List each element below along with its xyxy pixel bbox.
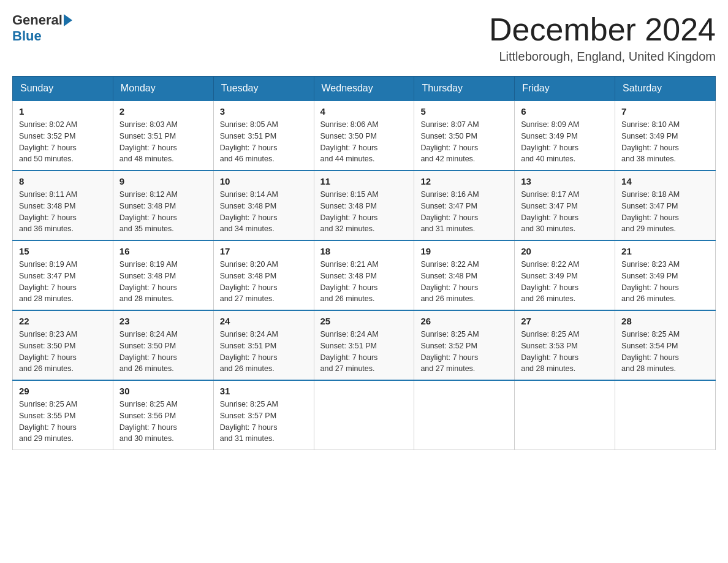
day-info: Sunrise: 8:24 AMSunset: 3:51 PMDaylight:… [220, 329, 308, 375]
weekday-header-saturday: Saturday [615, 77, 716, 101]
calendar-cell [414, 380, 515, 450]
page-header: General Blue December 2024 Littleborough… [12, 12, 716, 64]
calendar-cell: 22Sunrise: 8:23 AMSunset: 3:50 PMDayligh… [13, 310, 113, 380]
day-info: Sunrise: 8:23 AMSunset: 3:49 PMDaylight:… [621, 259, 709, 305]
calendar-cell: 25Sunrise: 8:24 AMSunset: 3:51 PMDayligh… [314, 310, 414, 380]
calendar-cell: 8Sunrise: 8:11 AMSunset: 3:48 PMDaylight… [13, 170, 113, 240]
weekday-header-sunday: Sunday [13, 77, 113, 101]
logo: General Blue [12, 12, 74, 44]
day-info: Sunrise: 8:21 AMSunset: 3:48 PMDaylight:… [320, 259, 408, 305]
title-section: December 2024 Littleborough, England, Un… [489, 12, 716, 64]
day-number: 4 [320, 106, 408, 117]
weekday-header-friday: Friday [515, 77, 615, 101]
week-row-1: 1Sunrise: 8:02 AMSunset: 3:52 PMDaylight… [13, 101, 716, 170]
day-number: 12 [420, 176, 508, 186]
weekday-header-tuesday: Tuesday [213, 77, 314, 101]
day-info: Sunrise: 8:25 AMSunset: 3:56 PMDaylight:… [119, 399, 207, 445]
day-info: Sunrise: 8:03 AMSunset: 3:51 PMDaylight:… [119, 119, 207, 165]
calendar-cell: 26Sunrise: 8:25 AMSunset: 3:52 PMDayligh… [414, 310, 515, 380]
calendar-cell: 12Sunrise: 8:16 AMSunset: 3:47 PMDayligh… [414, 170, 515, 240]
day-number: 8 [19, 176, 107, 186]
day-info: Sunrise: 8:25 AMSunset: 3:52 PMDaylight:… [420, 329, 508, 375]
calendar-cell: 3Sunrise: 8:05 AMSunset: 3:51 PMDaylight… [213, 101, 314, 170]
day-info: Sunrise: 8:24 AMSunset: 3:50 PMDaylight:… [119, 329, 207, 375]
day-number: 3 [220, 106, 308, 117]
calendar-cell: 31Sunrise: 8:25 AMSunset: 3:57 PMDayligh… [213, 380, 314, 450]
calendar-cell: 18Sunrise: 8:21 AMSunset: 3:48 PMDayligh… [314, 240, 414, 310]
day-info: Sunrise: 8:12 AMSunset: 3:48 PMDaylight:… [119, 189, 207, 235]
day-number: 19 [420, 246, 508, 256]
calendar-cell [615, 380, 716, 450]
calendar-cell: 5Sunrise: 8:07 AMSunset: 3:50 PMDaylight… [414, 101, 515, 170]
day-info: Sunrise: 8:16 AMSunset: 3:47 PMDaylight:… [420, 189, 508, 235]
calendar-cell: 29Sunrise: 8:25 AMSunset: 3:55 PMDayligh… [13, 380, 113, 450]
calendar-cell: 2Sunrise: 8:03 AMSunset: 3:51 PMDaylight… [113, 101, 213, 170]
day-number: 17 [220, 246, 308, 256]
day-number: 2 [119, 106, 207, 117]
calendar-cell: 6Sunrise: 8:09 AMSunset: 3:49 PMDaylight… [515, 101, 615, 170]
calendar-cell [515, 380, 615, 450]
day-number: 10 [220, 176, 308, 186]
weekday-header-thursday: Thursday [414, 77, 515, 101]
week-row-2: 8Sunrise: 8:11 AMSunset: 3:48 PMDaylight… [13, 170, 716, 240]
day-info: Sunrise: 8:23 AMSunset: 3:50 PMDaylight:… [19, 329, 107, 375]
calendar-cell: 14Sunrise: 8:18 AMSunset: 3:47 PMDayligh… [615, 170, 716, 240]
day-info: Sunrise: 8:25 AMSunset: 3:57 PMDaylight:… [220, 399, 308, 445]
calendar-title: December 2024 [489, 12, 716, 47]
week-row-3: 15Sunrise: 8:19 AMSunset: 3:47 PMDayligh… [13, 240, 716, 310]
day-number: 13 [521, 176, 609, 186]
day-number: 1 [19, 106, 107, 117]
calendar-cell: 19Sunrise: 8:22 AMSunset: 3:48 PMDayligh… [414, 240, 515, 310]
day-info: Sunrise: 8:05 AMSunset: 3:51 PMDaylight:… [220, 119, 308, 165]
calendar-cell: 16Sunrise: 8:19 AMSunset: 3:48 PMDayligh… [113, 240, 213, 310]
day-info: Sunrise: 8:18 AMSunset: 3:47 PMDaylight:… [621, 189, 709, 235]
calendar-cell: 7Sunrise: 8:10 AMSunset: 3:49 PMDaylight… [615, 101, 716, 170]
calendar-cell: 24Sunrise: 8:24 AMSunset: 3:51 PMDayligh… [213, 310, 314, 380]
day-info: Sunrise: 8:02 AMSunset: 3:52 PMDaylight:… [19, 119, 107, 165]
day-number: 22 [19, 316, 107, 326]
weekday-header-monday: Monday [113, 77, 213, 101]
calendar-cell: 10Sunrise: 8:14 AMSunset: 3:48 PMDayligh… [213, 170, 314, 240]
calendar-cell: 15Sunrise: 8:19 AMSunset: 3:47 PMDayligh… [13, 240, 113, 310]
day-info: Sunrise: 8:11 AMSunset: 3:48 PMDaylight:… [19, 189, 107, 235]
calendar-cell [314, 380, 414, 450]
day-number: 27 [521, 316, 609, 326]
day-number: 15 [19, 246, 107, 256]
day-info: Sunrise: 8:06 AMSunset: 3:50 PMDaylight:… [320, 119, 408, 165]
day-info: Sunrise: 8:25 AMSunset: 3:54 PMDaylight:… [621, 329, 709, 375]
logo-general-text: General [12, 12, 63, 28]
calendar-subtitle: Littleborough, England, United Kingdom [489, 50, 716, 64]
day-info: Sunrise: 8:10 AMSunset: 3:49 PMDaylight:… [621, 119, 709, 165]
weekday-header-row: SundayMondayTuesdayWednesdayThursdayFrid… [13, 77, 716, 101]
day-number: 29 [19, 386, 107, 396]
calendar-cell: 17Sunrise: 8:20 AMSunset: 3:48 PMDayligh… [213, 240, 314, 310]
day-number: 11 [320, 176, 408, 186]
day-number: 21 [621, 246, 709, 256]
day-info: Sunrise: 8:19 AMSunset: 3:48 PMDaylight:… [119, 259, 207, 305]
day-number: 16 [119, 246, 207, 256]
day-info: Sunrise: 8:14 AMSunset: 3:48 PMDaylight:… [220, 189, 308, 235]
day-number: 20 [521, 246, 609, 256]
calendar-cell: 9Sunrise: 8:12 AMSunset: 3:48 PMDaylight… [113, 170, 213, 240]
calendar-cell: 4Sunrise: 8:06 AMSunset: 3:50 PMDaylight… [314, 101, 414, 170]
logo-blue-text: Blue [12, 28, 42, 44]
day-number: 24 [220, 316, 308, 326]
day-number: 14 [621, 176, 709, 186]
day-info: Sunrise: 8:07 AMSunset: 3:50 PMDaylight:… [420, 119, 508, 165]
day-number: 5 [420, 106, 508, 117]
calendar-cell: 21Sunrise: 8:23 AMSunset: 3:49 PMDayligh… [615, 240, 716, 310]
day-number: 23 [119, 316, 207, 326]
calendar-cell: 20Sunrise: 8:22 AMSunset: 3:49 PMDayligh… [515, 240, 615, 310]
day-info: Sunrise: 8:25 AMSunset: 3:53 PMDaylight:… [521, 329, 609, 375]
day-info: Sunrise: 8:22 AMSunset: 3:49 PMDaylight:… [521, 259, 609, 305]
calendar-cell: 13Sunrise: 8:17 AMSunset: 3:47 PMDayligh… [515, 170, 615, 240]
day-info: Sunrise: 8:19 AMSunset: 3:47 PMDaylight:… [19, 259, 107, 305]
calendar-cell: 23Sunrise: 8:24 AMSunset: 3:50 PMDayligh… [113, 310, 213, 380]
day-number: 26 [420, 316, 508, 326]
day-info: Sunrise: 8:20 AMSunset: 3:48 PMDaylight:… [220, 259, 308, 305]
day-info: Sunrise: 8:24 AMSunset: 3:51 PMDaylight:… [320, 329, 408, 375]
day-info: Sunrise: 8:17 AMSunset: 3:47 PMDaylight:… [521, 189, 609, 235]
day-info: Sunrise: 8:22 AMSunset: 3:48 PMDaylight:… [420, 259, 508, 305]
calendar-cell: 11Sunrise: 8:15 AMSunset: 3:48 PMDayligh… [314, 170, 414, 240]
day-number: 6 [521, 106, 609, 117]
